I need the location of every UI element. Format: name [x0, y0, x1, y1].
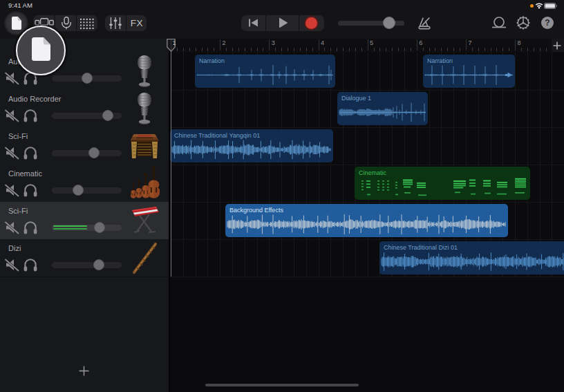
- svg-text:?: ?: [545, 18, 549, 28]
